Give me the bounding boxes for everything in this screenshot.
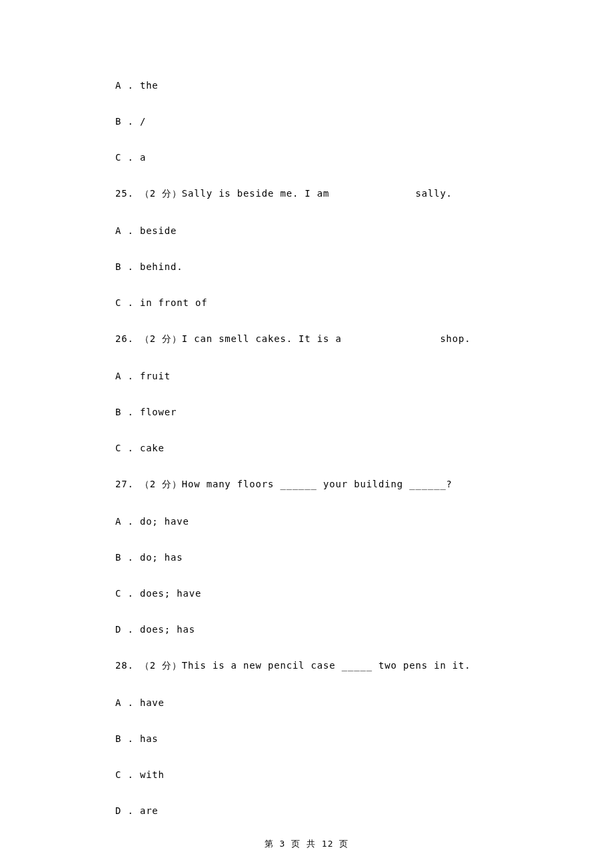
page-content: A . the B . / C . a 25. （2 分）Sally is be… xyxy=(0,0,613,816)
q26-option-c: C . cake xyxy=(115,443,546,453)
q24-option-b: B . / xyxy=(115,116,546,127)
q26-stem: 26. （2 分）I can smell cakes. It is a shop… xyxy=(115,333,546,345)
q28-option-a: A . have xyxy=(115,697,546,708)
q24-option-c: C . a xyxy=(115,152,546,163)
q25-option-a: A . beside xyxy=(115,225,546,236)
q26-option-a: A . fruit xyxy=(115,371,546,381)
q24-option-a: A . the xyxy=(115,80,546,91)
q28-option-c: C . with xyxy=(115,769,546,780)
q27-option-d: D . does; has xyxy=(115,624,546,635)
q25-option-c: C . in front of xyxy=(115,297,546,308)
q27-option-c: C . does; have xyxy=(115,588,546,599)
q27-stem: 27. （2 分）How many floors ______ your bui… xyxy=(115,479,546,491)
q28-stem: 28. （2 分）This is a new pencil case _____… xyxy=(115,660,546,672)
q28-option-d: D . are xyxy=(115,805,546,816)
q27-option-b: B . do; has xyxy=(115,552,546,563)
page-footer: 第 3 页 共 12 页 xyxy=(0,838,613,850)
q27-option-a: A . do; have xyxy=(115,516,546,527)
q25-stem: 25. （2 分）Sally is beside me. I am sally. xyxy=(115,188,546,200)
q25-option-b: B . behind. xyxy=(115,261,546,272)
q28-option-b: B . has xyxy=(115,733,546,744)
q26-option-b: B . flower xyxy=(115,407,546,417)
